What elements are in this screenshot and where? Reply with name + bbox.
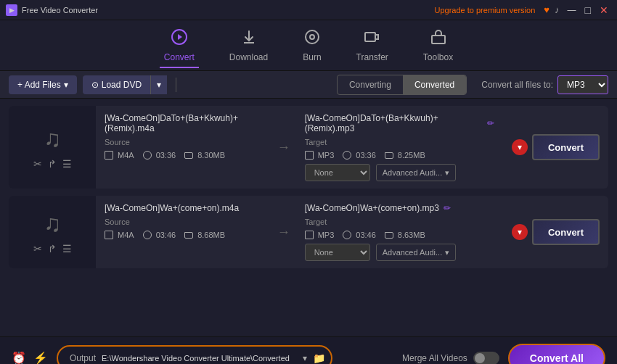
cut-btn-1[interactable]: ✂	[33, 158, 42, 170]
file-icon-2	[105, 231, 113, 239]
advanced-btn-1[interactable]: Advanced Audi... ▾	[376, 164, 457, 181]
target-edit-icon-1[interactable]: ✏	[487, 118, 494, 128]
add-files-dropdown-arrow: ▾	[64, 80, 68, 90]
source-details-1: M4A 03:36 8.30MB	[105, 151, 263, 160]
toolbar: + Add Files ▾ ⊙ Load DVD ▾ Converting Co…	[0, 71, 617, 99]
add-files-button[interactable]: + Add Files ▾	[9, 75, 77, 94]
svg-point-3	[306, 30, 319, 44]
settings-btn-2[interactable]: ☰	[62, 243, 72, 255]
output-dropdown-button[interactable]: ▾	[303, 353, 307, 363]
format-red-btn-2[interactable]: ▾	[512, 224, 528, 240]
convert-nav-icon	[171, 28, 188, 49]
target-specs-1: MP3 03:36 8.25MB	[305, 151, 494, 160]
nav-burn[interactable]: Burn	[285, 22, 338, 68]
app-icon: ▶	[6, 4, 17, 16]
adv-dropdown-icon-2: ▾	[445, 248, 449, 257]
convert-button-2[interactable]: Convert	[532, 219, 600, 245]
convert-all-label: Convert all files to:	[481, 80, 553, 90]
svg-rect-6	[432, 36, 445, 44]
title-bar-right: Upgrade to premium version ♥ ♪ — □ ✕	[435, 4, 611, 16]
close-button[interactable]: ✕	[597, 4, 611, 16]
alarm-icon[interactable]: ⏰	[12, 351, 26, 364]
file-thumb-2: ♫ ✂ ↱ ☰	[9, 196, 96, 268]
nav-bar: Convert Download Burn Transfer	[0, 20, 617, 71]
cut-btn-2[interactable]: ✂	[33, 243, 42, 255]
maximize-button[interactable]: □	[582, 4, 594, 16]
target-label-2: Target	[305, 218, 327, 226]
settings-btn-1[interactable]: ☰	[62, 158, 72, 170]
output-folder-button[interactable]: 📁	[313, 352, 325, 364]
file-thumb-actions-1: ✂ ↱ ☰	[33, 158, 72, 170]
convert-btn-area-1: ▾ Convert	[503, 106, 608, 189]
load-dvd-icon: ⊙	[91, 80, 99, 90]
source-name-2: [Wa-ComeOn]Wa+(come+on).m4a	[105, 203, 263, 213]
target-edit-icon-2[interactable]: ✏	[444, 203, 451, 213]
arrow-1: →	[271, 106, 296, 189]
nav-download-label: Download	[229, 52, 268, 62]
nav-transfer[interactable]: Transfer	[339, 22, 406, 68]
burn-nav-icon	[303, 28, 321, 49]
file-thumb-1: ♫ ✂ ↱ ☰	[9, 106, 96, 189]
file-item-2: ♫ ✂ ↱ ☰ [Wa-ComeOn]Wa+(come+on).m4a Sour…	[9, 196, 608, 268]
convert-all-format: Convert all files to: MP3 MP4 AVI	[481, 75, 608, 94]
nav-toolbox[interactable]: Toolbox	[406, 22, 470, 68]
adv-dropdown-icon-1: ▾	[445, 168, 449, 178]
clock-icon-1	[143, 151, 152, 160]
target-duration-2: 03:46	[343, 231, 376, 239]
upgrade-link[interactable]: Upgrade to premium version	[435, 6, 536, 15]
file-icon-1	[105, 151, 113, 160]
target-specs-2: MP3 03:46 8.63MB	[305, 231, 494, 239]
nav-toolbox-label: Toolbox	[423, 52, 453, 62]
source-name-1: [Wa-ComeOn]DaTo+(Ba+Kkwuh)+(Remix).m4a	[105, 113, 263, 133]
merge-label: Merge All Videos	[402, 353, 467, 363]
file-info-2: [Wa-ComeOn]Wa+(come+on).m4a Source M4A 0…	[96, 196, 271, 268]
format-select[interactable]: MP3 MP4 AVI	[557, 75, 608, 94]
quality-select-2[interactable]: None Low Medium High	[305, 244, 370, 261]
quality-select-1[interactable]: None Low Medium High	[305, 164, 370, 181]
source-details-2: M4A 03:46 8.68MB	[105, 231, 263, 239]
target-clock-1	[343, 151, 351, 160]
file-item-1: ♫ ✂ ↱ ☰ [Wa-ComeOn]DaTo+(Ba+Kkwuh)+(Remi…	[9, 106, 608, 189]
nav-convert[interactable]: Convert	[147, 22, 212, 68]
transfer-nav-icon	[364, 28, 381, 49]
load-dvd-button[interactable]: ⊙ Load DVD	[83, 75, 150, 94]
converting-tab[interactable]: Converting	[338, 75, 403, 94]
file-target-1: [Wa-ComeOn]DaTo+(Ba+Kkwuh)+(Remix).mp3 ✏…	[296, 106, 503, 189]
converted-tab[interactable]: Converted	[403, 75, 466, 94]
file-thumb-actions-2: ✂ ↱ ☰	[33, 243, 72, 255]
add-files-label: + Add Files	[17, 80, 61, 90]
merge-section: Merge All Videos	[402, 352, 499, 365]
merge-toggle[interactable]	[473, 352, 499, 365]
target-details-2: Target	[305, 218, 494, 226]
target-clock-2	[343, 231, 351, 239]
nav-download[interactable]: Download	[212, 22, 285, 68]
file-info-1: [Wa-ComeOn]DaTo+(Ba+Kkwuh)+(Remix).m4a S…	[96, 106, 271, 189]
advanced-btn-2[interactable]: Advanced Audi... ▾	[376, 244, 457, 261]
lightning-icon[interactable]: ⚡	[33, 351, 48, 364]
folder-icon-1	[184, 152, 193, 159]
target-folder-2	[385, 232, 393, 239]
bottom-left-icons: ⏰ ⚡	[12, 351, 48, 364]
music-icon-1: ♫	[44, 125, 61, 152]
file-source-2: Source	[105, 218, 263, 226]
title-bar-left: ▶ Free Video Converter	[6, 4, 98, 16]
main-content: ♫ ✂ ↱ ☰ [Wa-ComeOn]DaTo+(Ba+Kkwuh)+(Remi…	[0, 99, 617, 336]
load-dvd-group: ⊙ Load DVD ▾	[83, 75, 167, 94]
target-label-1: Target	[305, 138, 327, 146]
edit-btn-2[interactable]: ↱	[48, 243, 57, 255]
toolbox-nav-icon	[430, 28, 447, 49]
source-label-2: Source	[105, 218, 130, 226]
target-size-1: 8.25MB	[385, 151, 425, 160]
minimize-button[interactable]: —	[565, 5, 579, 15]
source-size-2: 8.68MB	[184, 231, 225, 239]
bottom-bar: ⏰ ⚡ Output E:\Wondershare Video Converte…	[0, 336, 617, 364]
target-format-2: MP3	[305, 231, 335, 239]
target-name-1: [Wa-ComeOn]DaTo+(Ba+Kkwuh)+(Remix).mp3	[305, 113, 483, 133]
format-red-btn-1[interactable]: ▾	[512, 139, 528, 155]
convert-all-button[interactable]: Convert All	[508, 344, 605, 365]
target-duration-1: 03:36	[343, 151, 376, 160]
convert-button-1[interactable]: Convert	[532, 134, 600, 160]
load-dvd-dropdown[interactable]: ▾	[150, 75, 167, 94]
edit-btn-1[interactable]: ↱	[48, 158, 57, 170]
target-row2-1: None Low Medium High Advanced Audi... ▾	[305, 164, 494, 181]
